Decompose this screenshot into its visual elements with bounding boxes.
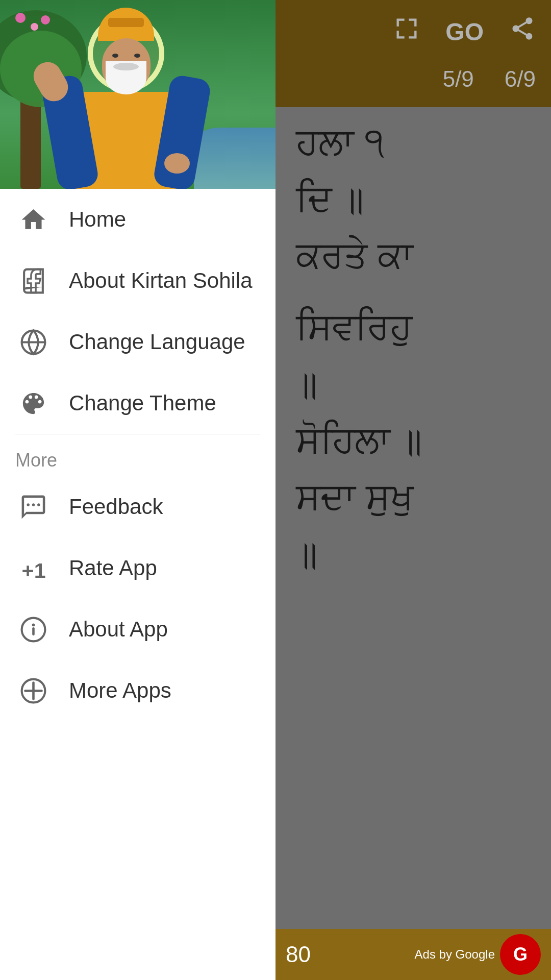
more-apps-icon [15, 673, 51, 708]
flower-3 [41, 15, 50, 24]
ad-logo: G [500, 934, 541, 975]
eye-right [134, 54, 140, 58]
menu-label-feedback: Feedback [69, 495, 163, 519]
menu-item-about-kirtan[interactable]: About Kirtan Sohila [0, 250, 276, 311]
guru-turban [98, 8, 154, 41]
flower-1 [15, 13, 26, 23]
menu-item-about-app[interactable]: About App [0, 599, 276, 660]
eye-left [112, 54, 118, 58]
menu-item-home[interactable]: Home [0, 189, 276, 250]
svg-point-2 [32, 503, 35, 506]
menu-item-rate-app[interactable]: +1 Rate App [0, 537, 276, 599]
svg-point-3 [27, 503, 30, 506]
hand-knee [164, 153, 190, 174]
palette-icon [15, 385, 51, 421]
menu-label-change-language: Change Language [69, 330, 245, 354]
drawer-menu: Home About Kirtan Sohila Change Language… [0, 189, 276, 980]
water [194, 128, 276, 189]
svg-point-4 [37, 503, 40, 506]
menu-label-about-app: About App [69, 617, 168, 642]
feedback-icon [15, 489, 51, 525]
more-section-header: More [0, 434, 276, 476]
menu-label-about-kirtan: About Kirtan Sohila [69, 268, 253, 293]
svg-text:+1: +1 [21, 558, 45, 582]
guru-robe [67, 92, 185, 189]
menu-label-home: Home [69, 207, 126, 232]
guru-face [102, 38, 151, 89]
info-icon [15, 611, 51, 647]
book-icon [15, 263, 51, 299]
menu-item-change-language[interactable]: Change Language [0, 311, 276, 373]
menu-item-change-theme[interactable]: Change Theme [0, 373, 276, 434]
page-number-left: 80 [286, 942, 311, 967]
guru-figure [67, 8, 185, 189]
home-icon [15, 202, 51, 237]
drawer-overlay[interactable] [276, 0, 551, 980]
menu-label-rate-app: Rate App [69, 556, 157, 580]
ad-text: Ads by Google [415, 947, 495, 962]
drawer-hero [0, 0, 276, 189]
rate-icon: +1 [15, 550, 51, 586]
turban-band [108, 18, 144, 27]
ad-bar: Ads by Google G [276, 929, 551, 980]
flower-2 [31, 23, 38, 31]
menu-item-feedback[interactable]: Feedback [0, 476, 276, 537]
guru-mustache [113, 63, 139, 70]
menu-label-more-apps: More Apps [69, 678, 171, 703]
menu-label-change-theme: Change Theme [69, 391, 216, 415]
menu-item-more-apps[interactable]: More Apps [0, 660, 276, 721]
globe-icon [15, 324, 51, 360]
navigation-drawer: Home About Kirtan Sohila Change Language… [0, 0, 276, 980]
